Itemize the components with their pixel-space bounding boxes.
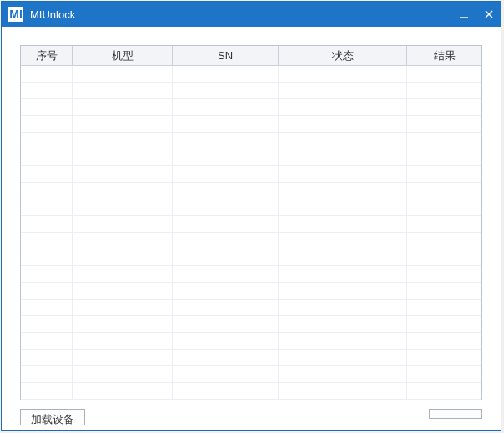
table-row[interactable]: [21, 316, 481, 333]
table-row[interactable]: [21, 283, 481, 300]
cell-index: [21, 199, 73, 216]
table-row[interactable]: [21, 183, 481, 199]
table-row[interactable]: [21, 133, 481, 149]
cell-sn: [173, 116, 279, 133]
table-row[interactable]: [21, 216, 481, 233]
cell-model: [73, 366, 173, 383]
grid-header: 序号 机型 SN 状态 结果: [21, 46, 481, 66]
cell-sn: [173, 266, 279, 283]
cell-result: [407, 99, 481, 116]
cell-result: [407, 166, 481, 183]
table-row[interactable]: [21, 233, 481, 249]
cell-status: [279, 249, 407, 266]
cell-sn: [173, 149, 279, 166]
cell-status: [279, 216, 407, 233]
cell-sn: [173, 99, 279, 116]
cell-sn: [173, 283, 279, 300]
cell-result: [407, 199, 481, 216]
cell-status: [279, 350, 407, 366]
cell-status: [279, 383, 407, 400]
column-header-index[interactable]: 序号: [21, 46, 73, 66]
cell-result: [407, 300, 481, 316]
cell-index: [21, 383, 73, 400]
cell-model: [73, 249, 173, 266]
cell-status: [279, 149, 407, 166]
cell-result: [407, 283, 481, 300]
cell-index: [21, 366, 73, 383]
table-row[interactable]: [21, 383, 481, 400]
table-row[interactable]: [21, 266, 481, 283]
table-row[interactable]: [21, 149, 481, 166]
cell-status: [279, 133, 407, 149]
cell-sn: [173, 316, 279, 333]
cell-index: [21, 249, 73, 266]
cell-sn: [173, 383, 279, 400]
cell-index: [21, 216, 73, 233]
cell-index: [21, 300, 73, 316]
right-button-partial[interactable]: [429, 409, 482, 419]
cell-result: [407, 116, 481, 133]
app-title: MIUnlock: [30, 8, 457, 21]
cell-sn: [173, 199, 279, 216]
table-row[interactable]: [21, 249, 481, 266]
cell-status: [279, 116, 407, 133]
cell-index: [21, 316, 73, 333]
table-row[interactable]: [21, 199, 481, 216]
cell-status: [279, 333, 407, 350]
column-header-status[interactable]: 状态: [279, 46, 407, 66]
table-row[interactable]: [21, 300, 481, 316]
content-area: 序号 机型 SN 状态 结果: [2, 27, 501, 400]
grid-body[interactable]: [21, 66, 481, 400]
cell-index: [21, 350, 73, 366]
cell-result: [407, 316, 481, 333]
cell-sn: [173, 183, 279, 199]
column-header-model[interactable]: 机型: [73, 46, 173, 66]
cell-model: [73, 350, 173, 366]
cell-result: [407, 133, 481, 149]
device-grid: 序号 机型 SN 状态 结果: [20, 45, 482, 400]
cell-result: [407, 266, 481, 283]
column-header-result[interactable]: 结果: [407, 46, 481, 66]
cell-status: [279, 300, 407, 316]
cell-sn: [173, 66, 279, 83]
cell-model: [73, 116, 173, 133]
column-header-sn[interactable]: SN: [173, 46, 279, 66]
table-row[interactable]: [21, 166, 481, 183]
window-controls: [457, 8, 496, 21]
app-logo-icon: MI: [8, 7, 23, 22]
cell-index: [21, 133, 73, 149]
cell-result: [407, 333, 481, 350]
cell-model: [73, 216, 173, 233]
app-window: MI MIUnlock 序号 机型 SN 状态 结果 加载设备: [1, 1, 501, 431]
cell-sn: [173, 166, 279, 183]
table-row[interactable]: [21, 333, 481, 350]
cell-status: [279, 316, 407, 333]
table-row[interactable]: [21, 366, 481, 383]
table-row[interactable]: [21, 66, 481, 83]
load-device-button[interactable]: 加载设备: [20, 409, 85, 425]
table-row[interactable]: [21, 99, 481, 116]
cell-model: [73, 66, 173, 83]
cell-sn: [173, 300, 279, 316]
cell-index: [21, 166, 73, 183]
table-row[interactable]: [21, 350, 481, 366]
cell-model: [73, 149, 173, 166]
cell-index: [21, 66, 73, 83]
cell-sn: [173, 249, 279, 266]
cell-status: [279, 266, 407, 283]
cell-model: [73, 133, 173, 149]
cell-model: [73, 83, 173, 99]
cell-model: [73, 99, 173, 116]
minimize-button[interactable]: [457, 8, 471, 21]
cell-sn: [173, 366, 279, 383]
cell-model: [73, 183, 173, 199]
cell-result: [407, 149, 481, 166]
cell-result: [407, 249, 481, 266]
cell-status: [279, 99, 407, 116]
cell-model: [73, 233, 173, 249]
cell-sn: [173, 333, 279, 350]
table-row[interactable]: [21, 116, 481, 133]
table-row[interactable]: [21, 83, 481, 99]
close-button[interactable]: [482, 8, 496, 21]
cell-model: [73, 283, 173, 300]
